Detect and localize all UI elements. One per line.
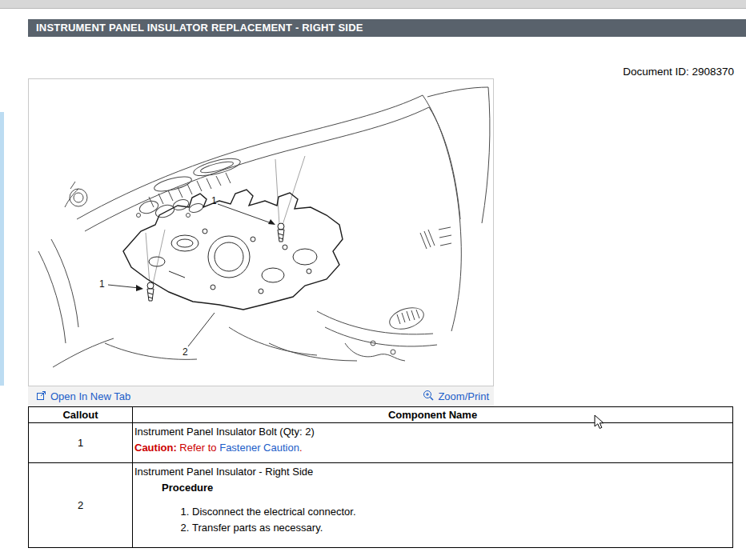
open-in-new-tab-label: Open In New Tab	[50, 390, 130, 402]
left-edge-strip	[0, 112, 4, 386]
zoom-magnifier-plus-icon	[423, 390, 434, 403]
browser-top-strip	[0, 0, 746, 9]
zoom-print-link[interactable]: Zoom/Print	[423, 390, 489, 403]
procedure-steps: Disconnect the electrical connector. Tra…	[134, 504, 729, 536]
document-id-value: 2908370	[692, 66, 734, 78]
document-id: Document ID: 2908370	[623, 66, 734, 78]
procedure-step: Disconnect the electrical connector.	[192, 504, 729, 520]
callout-column-header: Callout	[29, 407, 133, 423]
figure-callout-1-top: 1	[211, 195, 217, 206]
open-in-new-tab-icon	[36, 390, 46, 403]
figure-callout-1-left: 1	[99, 278, 105, 290]
fastener-caution-link[interactable]: Fastener Caution	[219, 442, 299, 454]
open-in-new-tab-link[interactable]: Open In New Tab	[36, 390, 130, 403]
caution-line: Caution: Refer to Fastener Caution.	[134, 440, 729, 456]
caution-period: .	[299, 442, 303, 454]
document-id-label: Document ID:	[623, 66, 689, 78]
table-row: 2 Instrument Panel Insulator - Right Sid…	[29, 463, 733, 548]
callout-cell-2: 2	[29, 463, 133, 548]
component-table: Callout Component Name 1 Instrument Pane…	[28, 406, 733, 548]
figure-callout-2: 2	[182, 346, 188, 358]
component-cell-1: Instrument Panel Insulator Bolt (Qty: 2)…	[133, 423, 733, 463]
technical-illustration-frame: 1 1 2	[28, 78, 494, 386]
page-title-text: INSTRUMENT PANEL INSULATOR REPLACEMENT -…	[36, 22, 363, 34]
component-cell-2: Instrument Panel Insulator - Right Side …	[133, 463, 733, 548]
page-title: INSTRUMENT PANEL INSULATOR REPLACEMENT -…	[28, 19, 746, 37]
zoom-print-label: Zoom/Print	[438, 390, 489, 402]
component-name-text: Instrument Panel Insulator - Right Side	[134, 464, 729, 480]
instrument-panel-illustration: 1 1 2	[29, 79, 493, 386]
component-name-text: Instrument Panel Insulator Bolt (Qty: 2)	[134, 424, 729, 440]
figure-toolbar: Open In New Tab Zoom/Print	[28, 386, 494, 406]
table-header-row: Callout Component Name	[29, 407, 733, 423]
caution-text: Refer to	[177, 442, 219, 454]
table-row: 1 Instrument Panel Insulator Bolt (Qty: …	[29, 423, 733, 463]
procedure-heading: Procedure	[162, 480, 729, 496]
procedure-step: Transfer parts as necessary.	[192, 520, 729, 536]
caution-label: Caution:	[134, 442, 177, 454]
component-name-column-header: Component Name	[133, 407, 733, 423]
callout-cell-1: 1	[29, 423, 133, 463]
